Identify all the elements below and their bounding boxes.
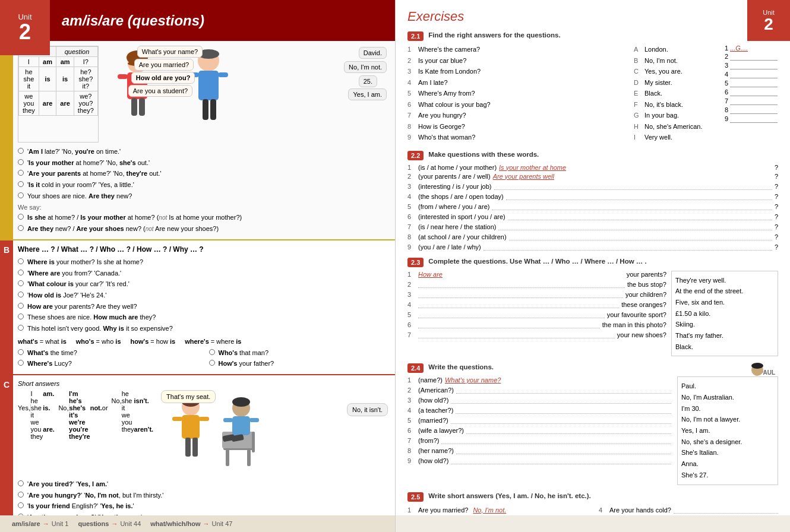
section-a: A positive question I am am I? — [0, 41, 395, 240]
ex-item: 1 Are you married? No, I'm not. — [407, 505, 587, 514]
match-row: 2Is your car blue? — [407, 56, 629, 66]
blank-row: 1 ...G.... — [725, 45, 778, 52]
bubble-7: 25. — [359, 75, 377, 87]
bubble-5: David. — [359, 47, 387, 59]
ex-header-2-2: 2.2 Make questions with these words. — [407, 151, 778, 160]
exercise-2-2: 2.2 Make questions with these words. 1 (… — [407, 151, 778, 251]
ex-instr-2-5: Write short answers (Yes, I am. / No, he… — [428, 492, 591, 499]
ex-item: 4 these oranges? — [407, 300, 666, 308]
right-content: Exercises 2.1 Find the right answers for… — [396, 0, 790, 515]
bubble-4: Are you a student? — [128, 85, 192, 97]
ex-item: 2 (American?) — [407, 385, 671, 394]
wh-contractions: what's = what is who's = who is how's = … — [18, 338, 388, 345]
exercise-2-3: 2.3 Complete the questions. Use What … /… — [407, 258, 778, 357]
section-b: B Where … ? / What … ? / Who … ? / How …… — [0, 240, 395, 375]
ex-item: 1 (name?) What's your name? — [407, 376, 671, 384]
ex-2-4-right: PAUL Paul. No, I'm Australian. I'm 30. N… — [677, 376, 778, 484]
ex-2-3-area: 1 How are your parents? 2 the bus stop? … — [407, 271, 778, 357]
radio-dot — [209, 349, 215, 355]
left-page: Unit 2 am/is/are (questions) A positive … — [0, 0, 395, 532]
match-row: 9Who's that woman? — [407, 132, 629, 142]
blanks-col: 1 ...G.... 2 3 4 5 6 7 8 9 — [725, 45, 778, 144]
blank-row: 3 — [725, 62, 778, 69]
svg-rect-18 — [172, 417, 182, 421]
radio-dot — [18, 280, 24, 286]
radio-dot — [18, 181, 24, 187]
answer-row: IVery well. — [634, 132, 720, 142]
svg-rect-20 — [185, 438, 191, 457]
ex-item: 2 (your parents / are / well) Are your p… — [407, 173, 778, 180]
section-b-label: B — [0, 240, 13, 374]
example-item: These shoes are nice. How much are they? — [18, 312, 388, 323]
bottom-bar-left: am/is/are → Unit 1 questions → Unit 44 w… — [0, 515, 395, 532]
bubble-c1: That's my seat. — [161, 390, 216, 403]
match-row: 8How is George? — [407, 122, 629, 132]
svg-rect-4 — [118, 74, 128, 79]
ex-header-2-1: 2.1 Find the right answers for the quest… — [407, 31, 778, 41]
radio-dot — [18, 502, 24, 508]
ex-item: 8 (her name?) — [407, 446, 671, 454]
svg-rect-7 — [139, 98, 145, 116]
match-row: 6What colour is your bag? — [407, 100, 629, 110]
svg-rect-23 — [226, 449, 229, 466]
short-ans-tables: Iam. he Yes,sheis. it we youare. they I'… — [18, 390, 153, 440]
radio-dot — [18, 492, 24, 498]
matching-table-2-1: 1Where's the camera? 2Is your car blue? … — [407, 45, 778, 144]
example-item: How's your father? — [209, 358, 388, 369]
ex-item: 5 (from / where / you / are) ? — [407, 202, 778, 210]
ex-2-4-cols: 1 (name?) What's your name? 2 (American?… — [407, 376, 778, 484]
blank-row: 5 — [725, 80, 778, 87]
ex-2-4-left: 1 (name?) What's your name? 2 (American?… — [407, 376, 671, 484]
match-row: 4Am I late? — [407, 78, 629, 88]
match-row: 3Is Kate from London? — [407, 66, 629, 77]
answer-row: FNo, it's black. — [634, 100, 720, 110]
svg-rect-24 — [247, 449, 251, 466]
ex-item: 9 (you / are / late / why) ? — [407, 242, 778, 251]
radio-dot — [18, 292, 24, 297]
radio-dot — [18, 314, 24, 319]
grammar-area: positive question I am am I? he she it i… — [18, 46, 388, 142]
blank-row: 4 — [725, 71, 778, 78]
radio-dot — [18, 480, 24, 486]
example-item: How are your parents? Are they well? — [18, 301, 388, 312]
section-c-label: C — [0, 375, 13, 515]
blank-row: 8 — [725, 106, 778, 114]
section-b-header: Where … ? / What … ? / Who … ? / How … ?… — [18, 245, 388, 254]
radio-dot — [18, 159, 24, 165]
isnt-table: he No,sheisn't. it we you theyaren't. — [112, 390, 154, 433]
section-a-label: A — [0, 41, 13, 239]
answer-row: HNo, she's American. — [634, 122, 720, 132]
ex-item: 7 (from?) — [407, 436, 671, 444]
ex-item: 4 (a teacher?) — [407, 406, 671, 414]
svg-rect-17 — [182, 415, 200, 439]
radio-dot — [18, 270, 24, 276]
radio-dot — [18, 325, 24, 331]
blank-row: 2 — [725, 53, 778, 61]
unit-badge-right: Unit 2 — [747, 0, 790, 41]
answer-row: GIn your bag. — [634, 110, 720, 121]
grammar-table: positive question I am am I? he she it i… — [18, 46, 99, 142]
ex-item: 3 (interesting / is / your job) ? — [407, 182, 778, 190]
svg-rect-21 — [192, 438, 198, 457]
example-item: 'Are your parents at home?' 'No, they're… — [18, 168, 388, 179]
svg-rect-29 — [232, 416, 250, 435]
svg-rect-30 — [223, 418, 233, 422]
right-page: Unit 2 Exercises 2.1 Find the right answ… — [395, 0, 790, 532]
match-row: 7Are you hungry? — [407, 110, 629, 121]
example-item: This hotel isn't very good. Why is it so… — [18, 323, 388, 334]
lesson-title: am/is/are (questions) — [62, 12, 204, 29]
blank-row: 6 — [725, 88, 778, 96]
ex-item: 7 your new shoes? — [407, 330, 666, 338]
ex-header-2-4: 2.4 Write the questions. — [407, 363, 778, 373]
ex-item: 5 your favourite sport? — [407, 310, 666, 318]
bubble-1: What's your name? — [137, 46, 203, 58]
ex-header-2-3: 2.3 Complete the questions. Use What … /… — [407, 258, 778, 267]
radio-dot — [18, 360, 24, 366]
exercise-2-1: 2.1 Find the right answers for the quest… — [407, 31, 778, 144]
answer-row: CYes, you are. — [634, 66, 720, 77]
ex-item: 6 the man in this photo? — [407, 320, 666, 328]
example-item: Where's Lucy? — [18, 358, 197, 369]
note-item: Is she at home? / Is your mother at home… — [18, 212, 388, 223]
svg-point-28 — [232, 397, 250, 407]
section-c-examples: 'Are you tired?' 'Yes, I am.' 'Are you h… — [18, 479, 388, 515]
